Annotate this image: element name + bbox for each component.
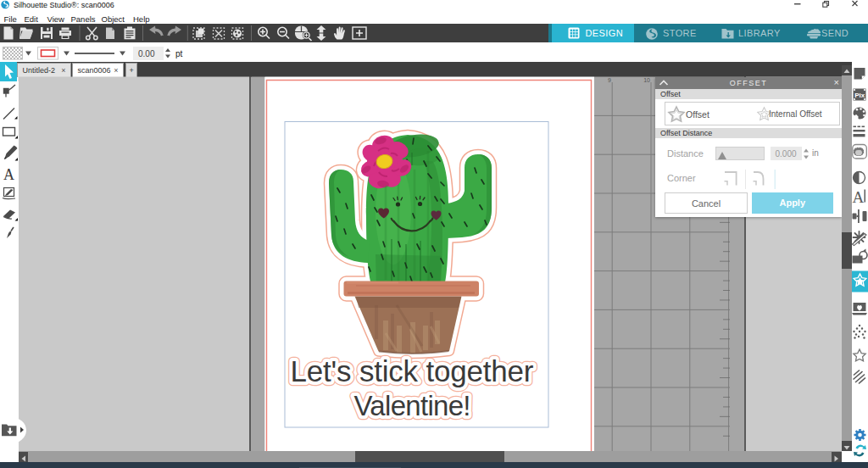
svg-text:9: 9 xyxy=(608,77,611,83)
svg-text:A: A xyxy=(3,166,14,183)
svg-text:Valentine!: Valentine! xyxy=(354,390,471,421)
svg-text:A: A xyxy=(853,187,865,205)
svg-text:Pix: Pix xyxy=(854,92,865,99)
svg-text:10: 10 xyxy=(643,77,650,83)
svg-text:Let's stick together: Let's stick together xyxy=(291,354,534,387)
